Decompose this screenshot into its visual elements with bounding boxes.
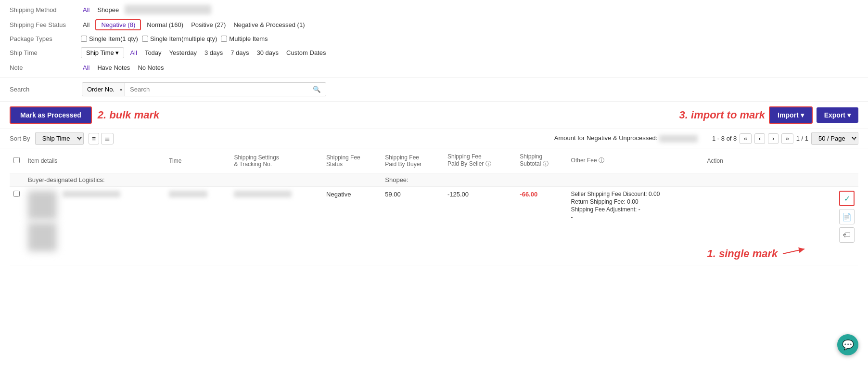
header-time: Time xyxy=(165,148,230,173)
ship-time-7days[interactable]: 7 days xyxy=(229,48,251,57)
ship-time-options: Ship Time ▾ All Today Yesterday 3 days 7… xyxy=(81,47,328,58)
bulk-mark-annotation: 2. bulk mark xyxy=(98,109,159,121)
sort-by-select[interactable]: Ship Time xyxy=(35,132,84,145)
single-mark-annotation: 1. single mark xyxy=(707,248,778,260)
ship-time-row: Ship Time Ship Time ▾ All Today Yesterda… xyxy=(10,47,858,58)
item-image-2 xyxy=(28,222,57,251)
import-label: Import xyxy=(778,111,799,119)
pkg-single-multi-qty[interactable]: Single Item(multiple qty) xyxy=(142,35,217,42)
ship-time-yesterday[interactable]: Yesterday xyxy=(167,48,199,57)
shipping-method-label: Shipping Method xyxy=(10,6,77,13)
header-checkbox-col xyxy=(10,148,24,173)
last-page-button[interactable]: » xyxy=(781,133,793,144)
header-fee-paid-seller: Shipping FeePaid By Seller ⓘ xyxy=(444,148,516,173)
pkg-multiple-items-checkbox[interactable] xyxy=(221,36,227,42)
note-no[interactable]: No Notes xyxy=(136,63,166,72)
item-image-1 xyxy=(28,191,57,220)
row-shipping-settings xyxy=(230,187,322,265)
per-page-wrapper: 50 / Page xyxy=(811,132,858,145)
note-all[interactable]: All xyxy=(81,63,91,72)
import-mark-annotation: 3. import to mark xyxy=(679,109,765,121)
pkg-single-1qty-checkbox[interactable] xyxy=(81,36,87,42)
header-action: Action xyxy=(703,148,858,173)
time-value xyxy=(169,191,207,197)
ship-time-dropdown[interactable]: Ship Time ▾ xyxy=(81,47,124,58)
first-page-button[interactable]: « xyxy=(740,133,752,144)
package-types-label: Package Types xyxy=(10,35,77,42)
mark-as-processed-button[interactable]: Mark as Processed xyxy=(10,106,92,124)
filter-section: Shipping Method All Shopee Shipping Fee … xyxy=(0,0,868,78)
fee-line-2: Return Shipping Fee: 0.00 xyxy=(571,198,700,205)
shipping-method-shopee[interactable]: Shopee xyxy=(95,5,121,14)
prev-page-button[interactable]: ‹ xyxy=(754,133,765,144)
note-have[interactable]: Have Notes xyxy=(95,63,132,72)
blurred-shipping-options xyxy=(125,5,211,14)
platform-label: Shopee: xyxy=(381,173,858,187)
pkg-single-multi-qty-checkbox[interactable] xyxy=(142,36,148,42)
row-checkbox[interactable] xyxy=(13,191,20,197)
item-title xyxy=(63,191,120,197)
search-submit-button[interactable]: 🔍 xyxy=(308,83,326,96)
fee-status-negative[interactable]: Negative (8) xyxy=(95,19,141,30)
shipping-settings-value xyxy=(234,191,292,197)
shipping-fee-status-row: Shipping Fee Status All Negative (8) Nor… xyxy=(10,19,858,30)
toolbar-left: Mark as Processed 2. bulk mark xyxy=(10,106,159,124)
search-label: Search xyxy=(10,86,77,93)
single-mark-arrow xyxy=(780,247,809,261)
document-button[interactable]: 📄 xyxy=(839,209,855,224)
item-text xyxy=(63,191,120,199)
row-shipping-subtotal: -66.00 xyxy=(516,187,567,265)
next-page-button[interactable]: › xyxy=(768,133,779,144)
single-mark-button[interactable]: ✓ xyxy=(839,191,855,206)
header-item-details: Item details xyxy=(24,148,165,173)
ship-time-30days[interactable]: 30 days xyxy=(255,48,281,57)
tag-button[interactable]: 🏷 xyxy=(839,227,855,243)
row-checkbox-col xyxy=(10,187,24,265)
page-range: 1 - 8 of 8 xyxy=(712,135,737,142)
import-button[interactable]: Import ▾ xyxy=(769,106,813,124)
header-other-fee: Other Fee ⓘ xyxy=(567,148,703,173)
note-row: Note All Have Notes No Notes xyxy=(10,63,858,72)
fee-status-all[interactable]: All xyxy=(81,20,91,29)
data-table: Item details Time Shipping Settings& Tra… xyxy=(10,148,858,265)
table-header-row: Item details Time Shipping Settings& Tra… xyxy=(10,148,858,173)
ship-time-all[interactable]: All xyxy=(128,48,139,57)
sort-select-wrapper: Ship Time xyxy=(35,132,84,145)
pkg-single-1qty[interactable]: Single Item(1 qty) xyxy=(81,35,138,42)
sort-icons: ≡ ≣ xyxy=(89,133,114,144)
search-input[interactable] xyxy=(125,83,308,96)
ship-time-3days[interactable]: 3 days xyxy=(203,48,225,57)
search-section: Search Order No. 🔍 xyxy=(0,78,868,102)
shipping-subtotal-value: -66.00 xyxy=(520,191,537,198)
pkg-multiple-items[interactable]: Multiple Items xyxy=(221,35,268,42)
ship-time-today[interactable]: Today xyxy=(143,48,164,57)
export-button[interactable]: Export ▾ xyxy=(817,107,858,123)
fee-status-negative-processed[interactable]: Negative & Processed (1) xyxy=(231,20,306,29)
search-select[interactable]: Order No. xyxy=(82,83,125,96)
item-images xyxy=(28,191,57,251)
amount-value-blurred xyxy=(659,135,698,143)
note-options: All Have Notes No Notes xyxy=(81,63,166,72)
shipping-method-options: All Shopee xyxy=(81,5,211,14)
fee-status-normal[interactable]: Normal (160) xyxy=(145,20,185,29)
sort-by-label: Sort By xyxy=(10,135,30,142)
current-page: 1 / 1 xyxy=(796,135,808,142)
shipping-method-all[interactable]: All xyxy=(81,5,91,14)
row-time xyxy=(165,187,230,265)
ship-time-custom[interactable]: Custom Dates xyxy=(284,48,328,57)
sort-asc-button[interactable]: ≡ xyxy=(89,133,99,144)
amount-label: Amount for Negative & Unprocessed: xyxy=(554,134,698,143)
fee-line-4: - xyxy=(571,214,700,221)
other-fee-notes: Seller Shipping Fee Discount: 0.00 Retur… xyxy=(571,191,700,221)
row-action: ✓ 📄 🏷 1. single mark xyxy=(703,187,858,265)
row-other-fee: Seller Shipping Fee Discount: 0.00 Retur… xyxy=(567,187,703,265)
header-checkbox[interactable] xyxy=(13,157,20,163)
sort-desc-button[interactable]: ≣ xyxy=(101,133,114,144)
header-fee-paid-buyer: Shipping FeePaid By Buyer xyxy=(381,148,444,173)
note-label: Note xyxy=(10,64,77,71)
shipping-method-row: Shipping Method All Shopee xyxy=(10,5,858,14)
fee-status-badge: Negative xyxy=(326,191,351,198)
fee-status-positive[interactable]: Positive (27) xyxy=(189,20,228,29)
sort-bar: Sort By Ship Time ≡ ≣ Amount for Negativ… xyxy=(0,129,868,148)
per-page-select[interactable]: 50 / Page xyxy=(811,132,858,145)
